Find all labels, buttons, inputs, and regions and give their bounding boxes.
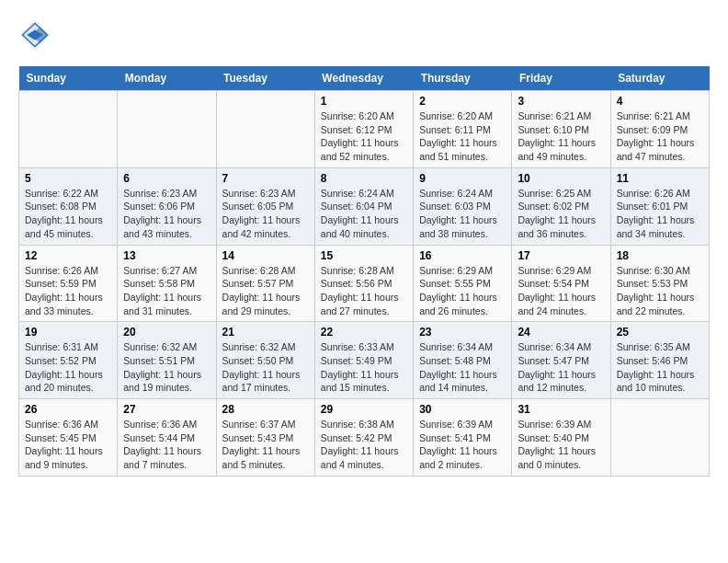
calendar-day-17: 17Sunrise: 6:29 AM Sunset: 5:54 PM Dayli…	[512, 245, 610, 322]
day-info-13: Sunrise: 6:27 AM Sunset: 5:58 PM Dayligh…	[123, 264, 210, 318]
day-info-29: Sunrise: 6:38 AM Sunset: 5:42 PM Dayligh…	[321, 418, 407, 472]
day-number-27: 27	[123, 403, 210, 416]
day-number-21: 21	[222, 326, 309, 339]
day-info-9: Sunrise: 6:24 AM Sunset: 6:03 PM Dayligh…	[419, 187, 506, 241]
day-number-23: 23	[419, 326, 506, 339]
calendar-week-2: 5Sunrise: 6:22 AM Sunset: 6:08 PM Daylig…	[19, 167, 710, 245]
calendar-day-empty	[216, 91, 314, 168]
calendar-day-29: 29Sunrise: 6:38 AM Sunset: 5:42 PM Dayli…	[314, 399, 413, 477]
day-info-16: Sunrise: 6:29 AM Sunset: 5:55 PM Dayligh…	[419, 264, 506, 318]
calendar-day-10: 10Sunrise: 6:25 AM Sunset: 6:02 PM Dayli…	[512, 167, 610, 245]
day-number-15: 15	[321, 249, 407, 262]
day-number-5: 5	[25, 172, 111, 185]
day-info-22: Sunrise: 6:33 AM Sunset: 5:49 PM Dayligh…	[321, 340, 407, 395]
day-info-7: Sunrise: 6:23 AM Sunset: 6:05 PM Dayligh…	[222, 187, 309, 241]
weekday-header-wednesday: Wednesday	[314, 66, 413, 91]
day-number-4: 4	[617, 95, 703, 108]
calendar-day-2: 2Sunrise: 6:20 AM Sunset: 6:11 PM Daylig…	[414, 91, 512, 168]
day-number-2: 2	[419, 95, 506, 108]
calendar-day-empty	[118, 91, 216, 168]
calendar-day-empty	[19, 91, 118, 168]
page-header	[18, 18, 710, 52]
day-info-27: Sunrise: 6:36 AM Sunset: 5:44 PM Dayligh…	[123, 418, 210, 472]
calendar-day-11: 11Sunrise: 6:26 AM Sunset: 6:01 PM Dayli…	[610, 167, 709, 245]
weekday-header-saturday: Saturday	[610, 66, 709, 91]
day-info-8: Sunrise: 6:24 AM Sunset: 6:04 PM Dayligh…	[321, 187, 407, 241]
day-info-19: Sunrise: 6:31 AM Sunset: 5:52 PM Dayligh…	[25, 340, 111, 395]
day-number-1: 1	[321, 95, 407, 108]
calendar-day-26: 26Sunrise: 6:36 AM Sunset: 5:45 PM Dayli…	[19, 399, 118, 477]
day-number-18: 18	[617, 249, 703, 262]
calendar-day-empty	[610, 399, 709, 477]
calendar-day-19: 19Sunrise: 6:31 AM Sunset: 5:52 PM Dayli…	[19, 322, 118, 399]
day-number-7: 7	[222, 172, 309, 185]
weekday-header-row: SundayMondayTuesdayWednesdayThursdayFrid…	[19, 66, 710, 91]
calendar-day-7: 7Sunrise: 6:23 AM Sunset: 6:05 PM Daylig…	[216, 167, 314, 245]
logo-icon	[18, 18, 51, 52]
calendar-day-30: 30Sunrise: 6:39 AM Sunset: 5:41 PM Dayli…	[414, 399, 512, 477]
weekday-header-thursday: Thursday	[414, 66, 512, 91]
day-number-9: 9	[419, 172, 506, 185]
day-number-24: 24	[518, 326, 604, 339]
weekday-header-sunday: Sunday	[19, 66, 118, 91]
calendar-day-5: 5Sunrise: 6:22 AM Sunset: 6:08 PM Daylig…	[19, 167, 118, 245]
calendar-week-3: 12Sunrise: 6:26 AM Sunset: 5:59 PM Dayli…	[19, 245, 710, 322]
calendar-day-8: 8Sunrise: 6:24 AM Sunset: 6:04 PM Daylig…	[314, 167, 413, 245]
calendar-day-21: 21Sunrise: 6:32 AM Sunset: 5:50 PM Dayli…	[216, 322, 314, 399]
calendar-day-3: 3Sunrise: 6:21 AM Sunset: 6:10 PM Daylig…	[512, 91, 610, 168]
calendar-week-5: 26Sunrise: 6:36 AM Sunset: 5:45 PM Dayli…	[19, 399, 710, 477]
calendar-day-6: 6Sunrise: 6:23 AM Sunset: 6:06 PM Daylig…	[118, 167, 216, 245]
day-number-26: 26	[25, 403, 111, 416]
calendar-day-22: 22Sunrise: 6:33 AM Sunset: 5:49 PM Dayli…	[314, 322, 413, 399]
day-number-31: 31	[518, 403, 604, 416]
day-number-25: 25	[617, 326, 703, 339]
calendar-day-13: 13Sunrise: 6:27 AM Sunset: 5:58 PM Dayli…	[118, 245, 216, 322]
weekday-header-tuesday: Tuesday	[216, 66, 314, 91]
day-info-5: Sunrise: 6:22 AM Sunset: 6:08 PM Dayligh…	[25, 187, 111, 241]
calendar-day-20: 20Sunrise: 6:32 AM Sunset: 5:51 PM Dayli…	[118, 322, 216, 399]
calendar-day-24: 24Sunrise: 6:34 AM Sunset: 5:47 PM Dayli…	[512, 322, 610, 399]
day-info-1: Sunrise: 6:20 AM Sunset: 6:12 PM Dayligh…	[321, 109, 407, 164]
calendar-day-28: 28Sunrise: 6:37 AM Sunset: 5:43 PM Dayli…	[216, 399, 314, 477]
day-number-12: 12	[25, 249, 111, 262]
calendar-day-9: 9Sunrise: 6:24 AM Sunset: 6:03 PM Daylig…	[414, 167, 512, 245]
day-number-28: 28	[222, 403, 309, 416]
day-info-12: Sunrise: 6:26 AM Sunset: 5:59 PM Dayligh…	[25, 264, 111, 318]
day-number-29: 29	[321, 403, 407, 416]
calendar-day-4: 4Sunrise: 6:21 AM Sunset: 6:09 PM Daylig…	[610, 91, 709, 168]
day-info-25: Sunrise: 6:35 AM Sunset: 5:46 PM Dayligh…	[617, 340, 703, 395]
calendar-day-14: 14Sunrise: 6:28 AM Sunset: 5:57 PM Dayli…	[216, 245, 314, 322]
day-number-3: 3	[518, 95, 604, 108]
day-number-19: 19	[25, 326, 111, 339]
day-info-14: Sunrise: 6:28 AM Sunset: 5:57 PM Dayligh…	[222, 264, 309, 318]
day-number-14: 14	[222, 249, 309, 262]
calendar-day-18: 18Sunrise: 6:30 AM Sunset: 5:53 PM Dayli…	[610, 245, 709, 322]
day-info-30: Sunrise: 6:39 AM Sunset: 5:41 PM Dayligh…	[419, 418, 506, 472]
calendar-day-27: 27Sunrise: 6:36 AM Sunset: 5:44 PM Dayli…	[118, 399, 216, 477]
day-info-3: Sunrise: 6:21 AM Sunset: 6:10 PM Dayligh…	[518, 109, 604, 164]
day-info-21: Sunrise: 6:32 AM Sunset: 5:50 PM Dayligh…	[222, 340, 309, 395]
day-number-11: 11	[617, 172, 703, 185]
day-number-6: 6	[123, 172, 210, 185]
day-info-26: Sunrise: 6:36 AM Sunset: 5:45 PM Dayligh…	[25, 418, 111, 472]
calendar-day-16: 16Sunrise: 6:29 AM Sunset: 5:55 PM Dayli…	[414, 245, 512, 322]
weekday-header-monday: Monday	[118, 66, 216, 91]
calendar-day-23: 23Sunrise: 6:34 AM Sunset: 5:48 PM Dayli…	[414, 322, 512, 399]
day-number-10: 10	[518, 172, 604, 185]
calendar-table: SundayMondayTuesdayWednesdayThursdayFrid…	[18, 66, 710, 477]
day-info-4: Sunrise: 6:21 AM Sunset: 6:09 PM Dayligh…	[617, 109, 703, 164]
day-number-13: 13	[123, 249, 210, 262]
weekday-header-friday: Friday	[512, 66, 610, 91]
day-info-20: Sunrise: 6:32 AM Sunset: 5:51 PM Dayligh…	[123, 340, 210, 395]
calendar-week-4: 19Sunrise: 6:31 AM Sunset: 5:52 PM Dayli…	[19, 322, 710, 399]
calendar-day-25: 25Sunrise: 6:35 AM Sunset: 5:46 PM Dayli…	[610, 322, 709, 399]
day-info-17: Sunrise: 6:29 AM Sunset: 5:54 PM Dayligh…	[518, 264, 604, 318]
logo	[18, 18, 57, 52]
day-number-20: 20	[123, 326, 210, 339]
calendar-week-1: 1Sunrise: 6:20 AM Sunset: 6:12 PM Daylig…	[19, 91, 710, 168]
day-info-18: Sunrise: 6:30 AM Sunset: 5:53 PM Dayligh…	[617, 264, 703, 318]
day-number-8: 8	[321, 172, 407, 185]
day-info-15: Sunrise: 6:28 AM Sunset: 5:56 PM Dayligh…	[321, 264, 407, 318]
day-info-24: Sunrise: 6:34 AM Sunset: 5:47 PM Dayligh…	[518, 340, 604, 395]
day-info-6: Sunrise: 6:23 AM Sunset: 6:06 PM Dayligh…	[123, 187, 210, 241]
